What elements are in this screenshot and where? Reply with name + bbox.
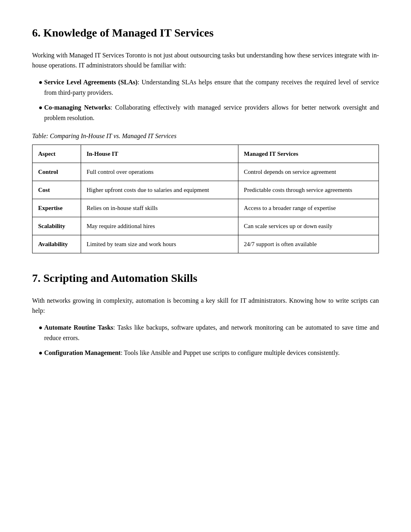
section-7-intro: With networks growing in complexity, aut… [32, 296, 379, 316]
section-7: 7. Scripting and Automation Skills With … [32, 269, 379, 358]
table-row: ExpertiseRelies on in-house staff skills… [33, 199, 379, 217]
cell-managed: Predictable costs through service agreem… [238, 181, 378, 199]
table-row: ControlFull control over operationsContr… [33, 163, 379, 181]
table-row: ScalabilityMay require additional hiresC… [33, 217, 379, 235]
cell-inhouse: May require additional hires [81, 217, 238, 235]
section-7-bullets: Automate Routine Tasks: Tasks like backu… [44, 322, 379, 358]
col-header-managed: Managed IT Services [238, 145, 378, 163]
bullet-comanaging-term: Co-managing Networks [44, 104, 110, 111]
bullet-automate-term: Automate Routine Tasks [44, 324, 113, 331]
cell-managed: Access to a broader range of expertise [238, 199, 378, 217]
section-6-heading: 6. Knowledge of Managed IT Services [32, 24, 379, 42]
bullet-sla-term: Service Level Agreements (SLAs) [44, 79, 138, 86]
table-header-row: Aspect In-House IT Managed IT Services [33, 145, 379, 163]
bullet-automate: Automate Routine Tasks: Tasks like backu… [44, 322, 379, 343]
table-caption: Table: Comparing In-House IT vs. Managed… [32, 131, 379, 141]
section-7-heading: 7. Scripting and Automation Skills [32, 269, 379, 287]
cell-managed: Can scale services up or down easily [238, 217, 378, 235]
col-header-aspect: Aspect [33, 145, 81, 163]
table-row: AvailabilityLimited by team size and wor… [33, 235, 379, 253]
cell-aspect: Cost [33, 181, 81, 199]
bullet-config-mgmt-text: : Tools like Ansible and Puppet use scri… [121, 349, 340, 356]
table-row: CostHigher upfront costs due to salaries… [33, 181, 379, 199]
cell-aspect: Expertise [33, 199, 81, 217]
col-header-inhouse: In-House IT [81, 145, 238, 163]
cell-inhouse: Higher upfront costs due to salaries and… [81, 181, 238, 199]
cell-inhouse: Relies on in-house staff skills [81, 199, 238, 217]
bullet-config-mgmt-term: Configuration Management [44, 349, 121, 356]
cell-aspect: Availability [33, 235, 81, 253]
cell-inhouse: Full control over operations [81, 163, 238, 181]
bullet-comanaging: Co-managing Networks: Collaborating effe… [44, 102, 379, 123]
comparison-table: Aspect In-House IT Managed IT Services C… [32, 145, 379, 253]
bullet-config-mgmt: Configuration Management: Tools like Ans… [44, 348, 379, 358]
bullet-sla: Service Level Agreements (SLAs): Underst… [44, 77, 379, 98]
section-6-bullets: Service Level Agreements (SLAs): Underst… [44, 77, 379, 123]
cell-aspect: Scalability [33, 217, 81, 235]
cell-inhouse: Limited by team size and work hours [81, 235, 238, 253]
cell-managed: 24/7 support is often available [238, 235, 378, 253]
cell-aspect: Control [33, 163, 81, 181]
cell-managed: Control depends on service agreement [238, 163, 378, 181]
section-6-intro: Working with Managed IT Services Toronto… [32, 50, 379, 71]
section-6: 6. Knowledge of Managed IT Services Work… [32, 24, 379, 253]
